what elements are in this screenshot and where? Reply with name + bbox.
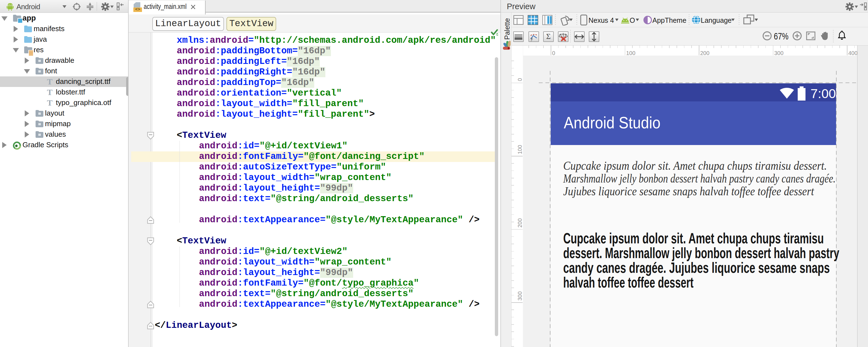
svg-text:y: y (531, 36, 533, 41)
